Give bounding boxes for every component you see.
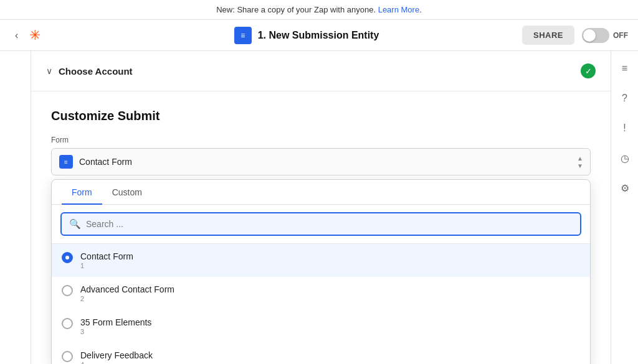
gear-icon[interactable]: ⚙ <box>615 178 635 198</box>
radio-button-2[interactable] <box>62 285 73 296</box>
learn-more-link[interactable]: Learn More <box>378 5 419 14</box>
step-icon: ≡ <box>234 27 252 44</box>
choose-account-left: ∨ Choose Account <box>46 66 133 77</box>
option-text-3: 35 Form Elements 3 <box>80 317 580 335</box>
choose-account-label: Choose Account <box>59 66 133 77</box>
toggle-knob <box>583 29 596 42</box>
header-right: SHARE OFF <box>528 26 628 45</box>
list-item[interactable]: 35 Form Elements 3 <box>52 310 590 343</box>
customize-title: Customize Submit <box>51 109 591 123</box>
form-select-icon: ≡ <box>59 155 73 169</box>
radio-button-1[interactable] <box>62 252 73 263</box>
help-circle-icon[interactable]: ? <box>615 88 635 108</box>
dropdown-panel: Form Custom 🔍 <box>51 179 591 364</box>
tab-form[interactable]: Form <box>62 180 102 205</box>
header-center: ≡ 1. New Submission Entity <box>85 27 528 44</box>
menu-icon[interactable]: ≡ <box>615 58 635 78</box>
notification-bar: New: Share a copy of your Zap with anyon… <box>0 0 638 20</box>
option-text-4: Delivery Feedback 4 <box>80 350 580 364</box>
form-select-wrapper: ≡ Contact Form ▲ ▼ <box>51 148 591 175</box>
back-button[interactable]: ‹ <box>10 27 23 44</box>
search-input[interactable] <box>86 219 573 229</box>
choose-account-chevron[interactable]: ∨ <box>46 66 52 76</box>
list-item[interactable]: Advanced Contact Form 2 <box>52 277 590 310</box>
clock-icon[interactable]: ◷ <box>615 148 635 168</box>
search-icon: 🔍 <box>69 218 81 230</box>
main-layout: ∨ Choose Account ✓ Customize Submit Form… <box>0 51 638 364</box>
toggle-switch[interactable] <box>582 28 609 43</box>
search-wrapper: 🔍 <box>52 205 590 244</box>
form-field-label: Form <box>51 136 591 144</box>
list-item[interactable]: Delivery Feedback 4 <box>52 343 590 364</box>
zapier-logo: ✳ <box>29 27 40 44</box>
left-nav <box>0 51 31 364</box>
content-area: ∨ Choose Account ✓ Customize Submit Form… <box>31 51 611 364</box>
share-button[interactable]: SHARE <box>522 26 574 45</box>
select-arrows: ▲ ▼ <box>577 155 583 169</box>
right-sidebar: ≡ ? ! ◷ ⚙ <box>611 51 638 364</box>
search-input-row: 🔍 <box>60 212 581 236</box>
header-left: ‹ ✳ <box>10 27 85 44</box>
options-list: Contact Form 1 Advanced Contact Form 2 <box>52 244 590 364</box>
choose-account-section: ∨ Choose Account ✓ <box>31 51 611 91</box>
radio-button-3[interactable] <box>62 318 73 329</box>
option-text-1: Contact Form 1 <box>80 251 580 269</box>
option-text-2: Advanced Contact Form 2 <box>80 284 580 302</box>
info-icon[interactable]: ! <box>615 118 635 138</box>
tab-custom[interactable]: Custom <box>102 180 152 205</box>
toggle-label: OFF <box>613 31 628 40</box>
tabs-row: Form Custom <box>52 180 590 205</box>
form-select-value: Contact Form <box>79 157 132 167</box>
customize-section: Customize Submit Form ≡ Contact Form ▲ ▼… <box>31 91 611 364</box>
toggle-container: OFF <box>582 28 628 43</box>
radio-button-4[interactable] <box>62 351 73 362</box>
list-item[interactable]: Contact Form 1 <box>52 244 590 277</box>
form-select[interactable]: ≡ Contact Form <box>51 148 591 175</box>
header: ‹ ✳ ≡ 1. New Submission Entity SHARE OFF <box>0 20 638 51</box>
header-title: 1. New Submission Entity <box>258 30 379 41</box>
check-circle: ✓ <box>581 63 596 78</box>
notification-text: New: Share a copy of your Zap with anyon… <box>216 5 376 14</box>
